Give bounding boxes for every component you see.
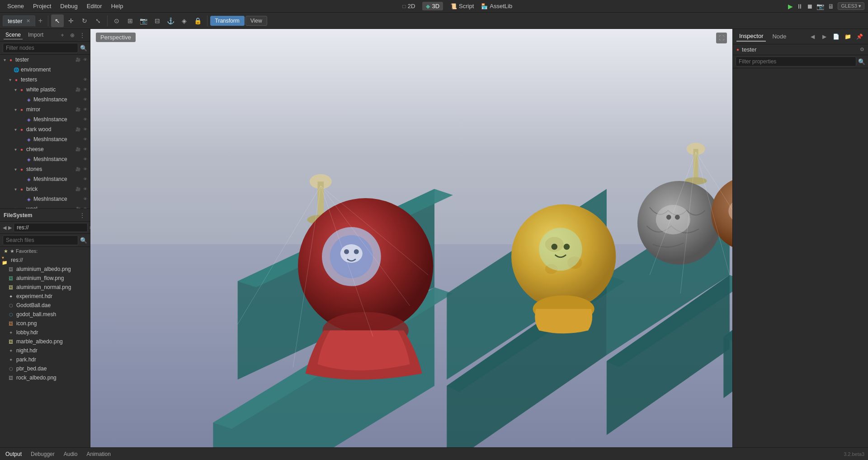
menu-help[interactable]: Help xyxy=(108,2,127,10)
tree-item-mesh-brick[interactable]: ▾ ◈ MeshInstance 👁 xyxy=(0,194,90,204)
fs-nav-row: ◀ ▶ ≡ xyxy=(0,222,90,234)
scene-filter-input[interactable] xyxy=(3,43,78,53)
tree-item-mirror[interactable]: ▾ ● mirror 🎥 👁 xyxy=(0,104,90,114)
tree-item-mesh-wp[interactable]: ▾ ◈ MeshInstance 👁 xyxy=(0,95,90,104)
menu-scene[interactable]: Scene xyxy=(4,2,28,10)
stones-eye-icon: 👁 xyxy=(82,166,88,172)
wp-camera-icon: 🎥 xyxy=(75,86,81,93)
instance-node-button[interactable]: ⊕ xyxy=(68,31,76,39)
viewport[interactable]: Perspective ⛶ xyxy=(90,29,732,447)
fs-item-normal[interactable]: 🖼 aluminium_normal.png xyxy=(0,283,90,292)
scene-tabs: Scene Import xyxy=(4,31,45,39)
add-node-button[interactable]: + xyxy=(58,31,66,39)
fs-item-rock[interactable]: 🖼 rock_albedo.png xyxy=(0,373,90,382)
transform-button[interactable]: Transform xyxy=(210,16,245,26)
2d-button[interactable]: □ 2D xyxy=(403,3,415,9)
fs-item-flow[interactable]: 🖼 aluminium_flow.png xyxy=(0,274,90,283)
inspector-history-back[interactable]: ◀ xyxy=(807,32,817,42)
fs-item-icon-png[interactable]: 🖼 icon.png xyxy=(0,319,90,328)
tree-item-wool[interactable]: ▾ ● wool 🎥 👁 xyxy=(0,204,90,209)
tree-item-stones[interactable]: ▾ ● stones 🎥 👁 xyxy=(0,164,90,174)
tree-item-mesh-mirror[interactable]: ▾ ◈ MeshInstance 👁 xyxy=(0,114,90,124)
tab-audio[interactable]: Audio xyxy=(62,450,80,458)
move-tool[interactable]: ✛ xyxy=(65,14,77,27)
select-tool[interactable]: ↖ xyxy=(51,14,64,27)
inspector-folder-icon[interactable]: 📁 xyxy=(843,32,853,42)
tree-item-tester[interactable]: ▾ ● tester 🎥 👁 xyxy=(0,55,90,65)
fs-file-park-icon: ✦ xyxy=(7,356,14,363)
fs-back-button[interactable]: ◀ xyxy=(3,223,6,232)
fs-item-night[interactable]: ✦ night.hdr xyxy=(0,346,90,355)
fs-options-button[interactable]: ⋮ xyxy=(78,211,86,219)
camera-tool[interactable]: 📷 xyxy=(137,14,150,27)
fs-item-godotball[interactable]: ⬡ GodotBall.dae xyxy=(0,301,90,310)
rotate-tool[interactable]: ↻ xyxy=(78,14,91,27)
add-tab-button[interactable]: + xyxy=(36,16,45,25)
lock-tool[interactable]: 🔒 xyxy=(192,14,204,27)
grid-tool[interactable]: ⊟ xyxy=(151,14,164,27)
tab-node[interactable]: Node xyxy=(769,32,789,41)
fs-path-input[interactable] xyxy=(14,223,88,232)
fs-item-mesh[interactable]: ⬡ godot_ball.mesh xyxy=(0,310,90,319)
scene-filter-search-icon[interactable]: 🔍 xyxy=(80,45,87,52)
play-button[interactable]: ▶ xyxy=(788,3,793,10)
inspector-filter-search-icon[interactable]: 🔍 xyxy=(858,58,865,65)
camera-button[interactable]: 📷 xyxy=(816,3,824,10)
anchor-tool[interactable]: ⚓ xyxy=(165,14,177,27)
fs-item-lobby[interactable]: ✦ lobby.hdr xyxy=(0,328,90,337)
snap-tool[interactable]: ⊞ xyxy=(124,14,137,27)
scene-options-button[interactable]: ⋮ xyxy=(78,31,86,39)
tree-item-mesh-cheese[interactable]: ▾ ◈ MeshInstance 👁 xyxy=(0,154,90,164)
3d-button[interactable]: ◆ 3D xyxy=(422,2,443,10)
script-button[interactable]: 📜 Script xyxy=(450,3,474,9)
screen-button[interactable]: 🖥 xyxy=(828,3,834,10)
fs-search-input[interactable] xyxy=(3,235,78,245)
tab-inspector[interactable]: Inspector xyxy=(736,31,766,42)
stop-button[interactable]: ⏹ xyxy=(807,3,813,10)
fs-forward-button[interactable]: ▶ xyxy=(8,223,12,232)
tree-item-mesh-dw[interactable]: ▾ ◈ MeshInstance 👁 xyxy=(0,134,90,144)
tab-debugger[interactable]: Debugger xyxy=(29,450,57,458)
fs-item-marble[interactable]: 🖼 marble_albedo.png xyxy=(0,337,90,346)
group-tool[interactable]: ◈ xyxy=(178,14,191,27)
inspector-filter-input[interactable] xyxy=(736,57,856,66)
mesh-stones-eye-icon: 👁 xyxy=(82,176,88,182)
tree-item-mesh-stones[interactable]: ▾ ◈ MeshInstance 👁 xyxy=(0,174,90,184)
tab-animation[interactable]: Animation xyxy=(85,450,112,458)
local-tool[interactable]: ⊙ xyxy=(110,14,123,27)
dw-camera-icon: 🎥 xyxy=(75,126,81,133)
tab-tester[interactable]: tester ✕ xyxy=(3,15,35,26)
assetlib-button[interactable]: 🏪 AssetLib xyxy=(481,3,512,9)
scale-tool[interactable]: ⤡ xyxy=(92,14,104,27)
view-button[interactable]: View xyxy=(245,16,267,26)
fs-item-res[interactable]: ▾📁 res:// xyxy=(0,256,90,265)
gles-badge[interactable]: GLES3 ▾ xyxy=(838,2,864,10)
inspector-history-forward[interactable]: ▶ xyxy=(819,32,829,42)
tree-item-testers[interactable]: ▾ ● testers 👁 xyxy=(0,75,90,85)
menu-editor[interactable]: Editor xyxy=(83,2,106,10)
fs-item-experiment[interactable]: ✦ experiment.hdr xyxy=(0,292,90,301)
tree-item-environment[interactable]: ▾ 🌐 environment xyxy=(0,65,90,75)
tree-item-white-plastic[interactable]: ▾ ● white plastic 🎥 👁 xyxy=(0,85,90,95)
tree-item-brick[interactable]: ▾ ● brick 🎥 👁 xyxy=(0,184,90,194)
tree-item-cheese[interactable]: ▾ ● cheese 🎥 👁 xyxy=(0,144,90,154)
inspector-node-name: tester xyxy=(742,46,857,53)
tree-item-dark-wood[interactable]: ▾ ● dark wood 🎥 👁 xyxy=(0,124,90,134)
pause-button[interactable]: ⏸ xyxy=(797,3,803,10)
menu-project[interactable]: Project xyxy=(29,2,55,10)
viewport-fullscreen-button[interactable]: ⛶ xyxy=(716,33,727,43)
fs-search-row: 🔍 xyxy=(0,234,90,247)
fs-search-icon[interactable]: 🔍 xyxy=(80,237,87,244)
tab-close-icon[interactable]: ✕ xyxy=(26,18,30,24)
fs-item-pbr[interactable]: ⬡ pbr_bed.dae xyxy=(0,364,90,373)
tab-import[interactable]: Import xyxy=(26,31,45,39)
fs-item-alb[interactable]: 🖼 aluminium_albedo.png xyxy=(0,265,90,274)
inspector-node-options[interactable]: ⚙ xyxy=(860,47,864,52)
inspector-file-icon[interactable]: 📄 xyxy=(831,32,841,42)
inspector-pin-icon[interactable]: 📌 xyxy=(854,32,864,42)
fs-item-park[interactable]: ✦ park.hdr xyxy=(0,355,90,364)
2d-icon: □ xyxy=(403,3,406,9)
menu-debug[interactable]: Debug xyxy=(57,2,81,10)
tab-scene[interactable]: Scene xyxy=(4,31,23,39)
tab-output[interactable]: Output xyxy=(4,450,24,458)
